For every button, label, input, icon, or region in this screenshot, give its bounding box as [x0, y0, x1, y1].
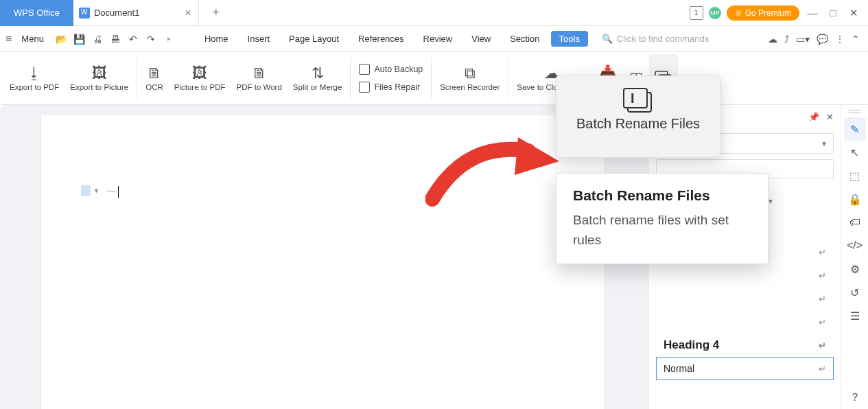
- tab-tools[interactable]: Tools: [551, 31, 588, 47]
- files-repair-button[interactable]: Files Repair: [353, 80, 428, 95]
- ribbon-tools: ⭳Export to PDF 🖼Export to Picture 🗎OCR 🖼…: [0, 52, 868, 105]
- comments-icon[interactable]: 💬: [817, 34, 828, 45]
- window-minimize-button[interactable]: —: [805, 7, 820, 19]
- tab-section[interactable]: Section: [502, 31, 548, 47]
- tab-page-layout[interactable]: Page Layout: [281, 31, 347, 47]
- rail-code-icon[interactable]: </>: [844, 234, 866, 257]
- split-merge-button[interactable]: ⇅Split or Merge: [288, 54, 348, 102]
- pic2pdf-icon: 🖼: [192, 64, 207, 83]
- user-avatar[interactable]: MP: [709, 7, 721, 19]
- rail-tag-icon[interactable]: 🏷: [844, 211, 866, 234]
- svg-rect-4: [624, 89, 647, 108]
- print-icon[interactable]: 🖨: [91, 32, 104, 46]
- quick-access-toolbar: 📂 💾 🖨 🖶 ↶ ↷ »: [48, 32, 183, 46]
- save-icon[interactable]: 💾: [73, 32, 86, 46]
- repair-icon: [359, 82, 370, 93]
- more-menu-icon[interactable]: ⋮: [835, 34, 845, 45]
- go-premium-label: Go Premium: [745, 8, 791, 18]
- right-icon-rail: ✎ ↖ ⬚ 🔒 🏷 </> ⚙ ↺ ☰ ？: [841, 105, 868, 409]
- export-picture-button[interactable]: 🖼Export to Picture: [64, 54, 134, 102]
- open-icon[interactable]: 📂: [55, 32, 69, 46]
- window-maximize-button[interactable]: □: [825, 7, 841, 19]
- document-title: Document1: [94, 8, 139, 18]
- chevron-down-icon: ▼: [93, 187, 99, 194]
- style-row[interactable]: ↵: [656, 264, 834, 287]
- ruler-tick: [107, 191, 115, 191]
- rail-lock-icon[interactable]: 🔒: [844, 187, 866, 211]
- menu-button[interactable]: Menu: [17, 34, 48, 44]
- search-icon: 🔍: [602, 34, 613, 44]
- rail-pen-icon[interactable]: ✎: [844, 117, 866, 141]
- screen-recorder-button[interactable]: ⧉Screen Recorder: [434, 54, 505, 102]
- crown-icon: ♕: [735, 8, 742, 18]
- window-close-button[interactable]: ✕: [846, 7, 861, 19]
- rail-select-icon[interactable]: ⬚: [844, 164, 866, 187]
- page-indicator-icon: [81, 185, 91, 196]
- batch-rename-tooltip: Batch Rename Files Batch rename files wi…: [556, 173, 769, 264]
- tab-home[interactable]: Home: [196, 31, 237, 47]
- rail-settings-icon[interactable]: ⚙: [844, 257, 866, 281]
- document-tab[interactable]: Document1 ×: [73, 0, 199, 26]
- menu-bar: ≡ Menu 📂 💾 🖨 🖶 ↶ ↷ » Home Insert Page La…: [0, 26, 868, 52]
- qat-more-icon[interactable]: »: [162, 32, 176, 46]
- rail-drag-handle[interactable]: [849, 110, 861, 113]
- backup-icon: [359, 64, 370, 75]
- ribbon-tabs: Home Insert Page Layout References Revie…: [196, 31, 588, 47]
- document-icon: [79, 8, 90, 19]
- pdf2word-icon: 🗎: [252, 64, 267, 83]
- svg-marker-6: [515, 137, 559, 175]
- ocr-icon: 🗎: [147, 64, 162, 83]
- title-bar: WPS Office Document1 × + 1 MP ♕ Go Premi…: [0, 0, 868, 26]
- tab-insert[interactable]: Insert: [239, 31, 279, 47]
- go-premium-button[interactable]: ♕ Go Premium: [727, 5, 799, 21]
- share-icon[interactable]: ⤴: [784, 34, 789, 45]
- search-placeholder: Click to find commands: [617, 34, 709, 44]
- style-row[interactable]: ↵: [656, 310, 834, 334]
- rail-help-icon[interactable]: ？: [844, 386, 866, 409]
- ocr-button[interactable]: 🗎OCR: [140, 54, 169, 102]
- style-row-normal[interactable]: Normal↵: [656, 357, 834, 380]
- annotation-arrow: [425, 134, 563, 209]
- pdf-to-word-button[interactable]: 🗎PDF to Word: [231, 54, 288, 102]
- window-count-badge[interactable]: 1: [690, 6, 703, 20]
- tooltip-description: Batch rename files with set rules: [573, 211, 751, 250]
- save-dropdown-icon[interactable]: ▭▾: [796, 34, 810, 45]
- batch-rename-large-icon: I: [621, 86, 655, 116]
- tab-view[interactable]: View: [463, 31, 499, 47]
- panel-close-icon[interactable]: ✕: [826, 112, 834, 122]
- hamburger-icon[interactable]: ≡: [0, 33, 17, 45]
- rail-history-icon[interactable]: ↺: [844, 281, 866, 304]
- page-indicator[interactable]: ▼: [81, 185, 99, 196]
- new-tab-button[interactable]: +: [206, 3, 226, 23]
- tab-review[interactable]: Review: [415, 31, 461, 47]
- tooltip-title: Batch Rename Files: [573, 187, 751, 204]
- rail-cursor-icon[interactable]: ↖: [844, 141, 866, 164]
- picture-to-pdf-button[interactable]: 🖼Picture to PDF: [169, 54, 231, 102]
- hover-card-label: Batch Rename Files: [576, 116, 700, 132]
- collapse-ribbon-icon[interactable]: ⌃: [852, 34, 860, 45]
- split-icon: ⇅: [312, 64, 324, 83]
- tab-references[interactable]: References: [350, 31, 412, 47]
- svg-text:I: I: [631, 91, 635, 106]
- undo-icon[interactable]: ↶: [126, 32, 140, 46]
- rail-list-icon[interactable]: ☰: [844, 304, 866, 327]
- auto-backup-button[interactable]: Auto Backup: [353, 62, 428, 77]
- app-tab[interactable]: WPS Office: [0, 0, 73, 26]
- tab-close-icon[interactable]: ×: [185, 7, 191, 19]
- pin-icon[interactable]: 📌: [808, 112, 819, 122]
- style-row[interactable]: ↵: [656, 287, 834, 310]
- redo-icon[interactable]: ↷: [144, 32, 158, 46]
- style-row-heading4[interactable]: Heading 4↵: [656, 334, 834, 357]
- picture-icon: 🖼: [92, 64, 107, 83]
- sync-icon[interactable]: ☁: [768, 34, 777, 45]
- export-pdf-button[interactable]: ⭳Export to PDF: [4, 54, 64, 102]
- text-cursor: [118, 186, 119, 198]
- pdf-icon: ⭳: [27, 64, 42, 83]
- recorder-icon: ⧉: [465, 64, 476, 83]
- print-preview-icon[interactable]: 🖶: [108, 32, 122, 46]
- batch-rename-hover-card: I Batch Rename Files: [556, 75, 720, 158]
- command-search[interactable]: 🔍 Click to find commands: [602, 34, 709, 44]
